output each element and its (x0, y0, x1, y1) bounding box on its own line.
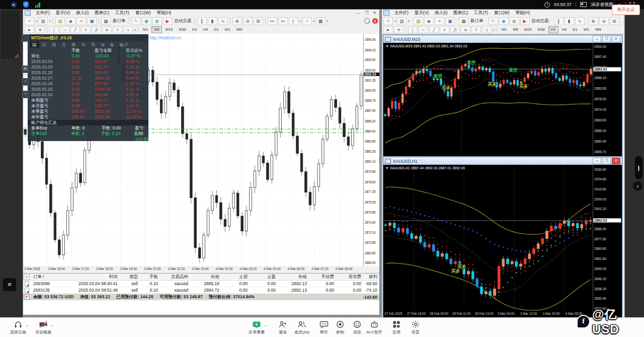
column-header-lots[interactable]: 手数 (140, 274, 160, 280)
resize-grip-icon[interactable] (14, 53, 19, 58)
order-row[interactable]: 25831352025.03.04 08:51:48sell0.10xauusd… (23, 287, 379, 294)
metaeditor-button-left[interactable]: ✎ (131, 17, 141, 25)
indicators-button-left[interactable]: ƒ (289, 17, 298, 25)
dropdown-caret-icon[interactable]: ▾ (394, 19, 396, 23)
menu-window-right[interactable]: 窗口(W) (491, 10, 513, 16)
chevron-left-icon[interactable]: ‹ (633, 181, 642, 191)
minimize-button[interactable]: — (593, 158, 601, 164)
dropdown-caret-icon[interactable]: ▾ (134, 28, 136, 32)
candle-chart-button-left[interactable]: ▮ (208, 17, 217, 25)
column-header-symbol[interactable]: 交易品种 (160, 274, 190, 280)
zoom-in-button-left[interactable]: ⊕ (232, 17, 242, 25)
chart-window-h1-titlebar[interactable]: XAUUSD,H1 — ❐ ✕ (383, 157, 622, 165)
list-panel-button[interactable]: ≡ (3, 278, 16, 291)
meeting-tool-members[interactable]: 成员(34) (291, 320, 313, 335)
auto-scroll-button-left[interactable]: ↦ (268, 17, 277, 25)
dropdown-caret-icon[interactable]: ▾ (493, 28, 495, 32)
market-watch-button-right[interactable]: ▤ (414, 17, 423, 25)
profiles-button-left[interactable]: ▥ (38, 17, 48, 25)
channel-tool-right[interactable]: ≡ (440, 26, 449, 33)
period-d1-right[interactable]: D1 (570, 26, 580, 33)
period-m30-left[interactable]: M30 (176, 26, 189, 33)
zoom-in-button-right[interactable]: ⊕ (589, 17, 598, 25)
meeting-tool-settings[interactable]: 设置 (405, 320, 427, 335)
video-thumbnail[interactable] (0, 10, 21, 60)
data-window-button-right[interactable]: ◆ (424, 17, 434, 25)
chevron-up-icon[interactable]: ^ (51, 324, 53, 328)
chart-shift-button-left[interactable]: ↤ (278, 17, 288, 25)
mtdriver-tab-0[interactable]: 综 (30, 42, 39, 48)
metaeditor-button-right[interactable]: ✎ (489, 17, 498, 25)
dropdown-caret-icon[interactable]: ▾ (313, 19, 315, 23)
search-icon-left[interactable] (364, 18, 370, 24)
period-m15-right[interactable]: M15 (522, 26, 534, 33)
zoom-out-button-left[interactable]: ⊖ (243, 17, 253, 25)
zoom-out-button-right[interactable]: ⊖ (599, 17, 609, 25)
text-tool-right[interactable]: A (461, 26, 470, 33)
period-m5-left[interactable]: M5 (151, 26, 162, 33)
new-order-button-right[interactable]: ▦ (459, 17, 468, 25)
menu-help-right[interactable]: 帮助(H) (513, 10, 533, 16)
close-button[interactable]: ✕ (612, 36, 620, 42)
mtdriver-tab-6[interactable]: 币 (89, 42, 98, 48)
navigator-button-left[interactable]: ✦ (76, 17, 86, 25)
minimize-button[interactable]: — (355, 11, 362, 15)
fibo-tool-right[interactable]: 彡 (450, 26, 460, 33)
column-header-price[interactable]: 价格 (190, 274, 221, 280)
terminal-panel-button-right[interactable]: ▣ (445, 17, 455, 25)
hline-tool-right[interactable]: ─ (419, 26, 428, 33)
crosshair-tool-right[interactable]: ✛ (394, 26, 404, 33)
bar-chart-button-left[interactable]: ∥ (197, 17, 207, 25)
channel-tool-left[interactable]: ≡ (81, 26, 91, 33)
mtdriver-tab-8[interactable]: 备 (108, 42, 117, 48)
menu-window-left[interactable]: 窗口(W) (132, 10, 154, 16)
menu-view-right[interactable]: 显示(V) (412, 10, 432, 16)
dropdown-caret-icon[interactable]: ▾ (408, 19, 410, 23)
cursor-tool-left[interactable]: ► (25, 26, 34, 33)
view-mode-selector[interactable]: 演讲者视图 (591, 2, 613, 8)
menu-insert-right[interactable]: 插入(I) (432, 10, 450, 16)
minimize-button[interactable]: — (593, 36, 601, 42)
column-header-commission[interactable]: 手续费 (309, 274, 336, 280)
trendline-tool-right[interactable]: ╱ (429, 26, 439, 33)
mtdriver-tab-7[interactable]: M (99, 42, 107, 48)
period-m1-left[interactable]: M1 (140, 26, 150, 33)
candlestick-chart-h1[interactable]: 买多买多 (383, 165, 593, 311)
auto-scroll-button-right[interactable]: ↦ (623, 17, 624, 25)
mtdriver-tab-5[interactable]: 年 (79, 42, 89, 48)
menu-charts-right[interactable]: 图表(C) (450, 10, 471, 16)
autotrade-button-label-right[interactable]: 自动交易 (531, 18, 550, 24)
hline-tool-left[interactable]: ─ (60, 26, 69, 33)
dropdown-caret-icon[interactable]: ▾ (49, 19, 51, 23)
market-watch-button-left[interactable]: ▤ (55, 17, 65, 25)
column-header-sl[interactable]: 止损 (221, 274, 250, 280)
mtdriver-tab-9[interactable]: 账户 (117, 42, 131, 48)
fibo-tool-left[interactable]: 彡 (92, 26, 101, 33)
menu-file-left[interactable]: 文件(F) (33, 10, 53, 16)
order-row[interactable]: 25830962025.03.04 08:40:41sell0.10xauusd… (23, 281, 379, 287)
mtdriver-tab-2[interactable]: 周 (49, 42, 59, 48)
experts-button-left[interactable]: ◉ (142, 17, 151, 25)
new-chart-button-left[interactable]: ＋ (25, 17, 34, 25)
cursor-tool-right[interactable]: ► (383, 26, 393, 33)
mtdriver-side-button-3[interactable]: ? (22, 91, 29, 98)
price-scale-left[interactable]: 2896.452895.152893.902892.602891.352890.… (363, 34, 379, 266)
close-button[interactable]: ✕ (612, 158, 620, 164)
arrows-tool-right[interactable]: ☇ (482, 26, 492, 33)
templates-button-left[interactable]: ▦ (316, 17, 326, 25)
leave-meeting-button[interactable]: 离开会议 (612, 5, 640, 15)
menu-tools-right[interactable]: 工具(T) (471, 10, 491, 16)
market-button-left[interactable]: ◍ (152, 17, 162, 25)
mtdriver-link[interactable]: http://mtdriver.cn (149, 34, 181, 41)
period-h1-left[interactable]: H1 (190, 26, 200, 33)
notification-badge-left[interactable]: 1 (372, 18, 378, 24)
menu-insert-left[interactable]: 插入(I) (73, 10, 92, 16)
arrows-tool-left[interactable]: ☇ (123, 26, 133, 33)
new-chart-button-right[interactable]: ＋ (383, 17, 393, 25)
dropdown-caret-icon[interactable]: ▾ (300, 19, 301, 23)
data-window-button-left[interactable]: ◆ (66, 17, 75, 25)
line-chart-button-right[interactable]: ∿ (575, 17, 585, 25)
autotrade-button-right[interactable]: ▶ (520, 17, 530, 25)
panel-handle-button[interactable]: ❙ (635, 156, 642, 179)
menu-charts-left[interactable]: 图表(C) (92, 10, 112, 16)
